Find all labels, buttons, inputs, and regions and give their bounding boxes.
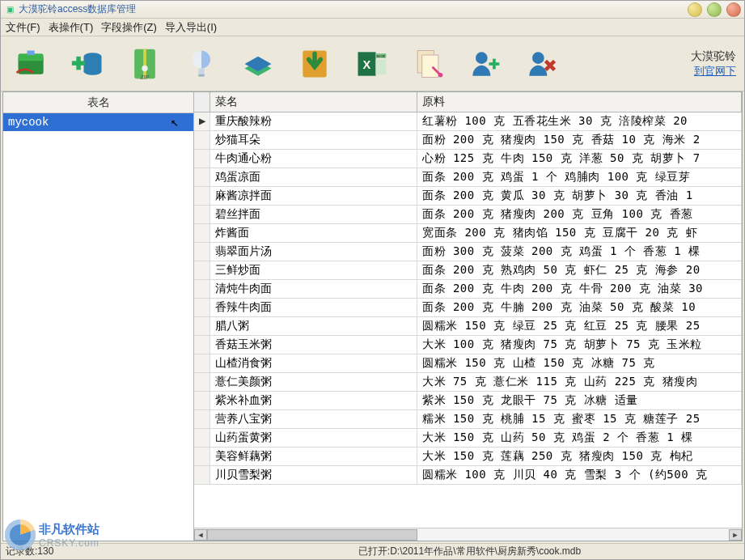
- row-selector[interactable]: [194, 168, 210, 186]
- minimize-button[interactable]: [688, 2, 702, 17]
- table-row[interactable]: 炒猫耳朵面粉 200 克 猪瘦肉 150 克 香菇 10 克 海米 2: [194, 131, 742, 150]
- cell-name[interactable]: 炸酱面: [210, 224, 417, 242]
- row-selector[interactable]: ▶: [194, 112, 210, 130]
- cell-name[interactable]: 营养八宝粥: [210, 410, 417, 428]
- cell-name[interactable]: 美容鲜藕粥: [210, 448, 417, 465]
- cell-name[interactable]: 紫米补血粥: [210, 392, 417, 409]
- menu-field-ops[interactable]: 字段操作(Z): [101, 20, 157, 35]
- table-row[interactable]: 川贝雪梨粥圆糯米 100 克 川贝 40 克 雪梨 3 个 (约500 克: [194, 466, 742, 485]
- table-row[interactable]: 碧丝拌面面条 200 克 猪瘦肉 200 克 豆角 100 克 香葱: [194, 206, 742, 224]
- cell-ingredients[interactable]: 面粉 300 克 菠菜 200 克 鸡蛋 1 个 香葱 1 棵: [417, 243, 742, 261]
- table-row[interactable]: ▶重庆酸辣粉红薯粉 100 克 五香花生米 30 克 涪陵榨菜 20: [194, 112, 742, 131]
- table-row[interactable]: 清炖牛肉面面条 200 克 牛肉 200 克 牛骨 200 克 油菜 30: [194, 280, 742, 299]
- table-row[interactable]: 紫米补血粥紫米 150 克 龙眼干 75 克 冰糖 适量: [194, 392, 742, 410]
- add-user-button[interactable]: [462, 41, 507, 87]
- cell-ingredients[interactable]: 面条 200 克 牛肉 200 克 牛骨 200 克 油菜 30: [417, 280, 742, 298]
- row-selector[interactable]: [194, 392, 210, 409]
- menu-import-export[interactable]: 导入导出(I): [165, 20, 217, 35]
- table-row[interactable]: 营养八宝粥糯米 150 克 桃脯 15 克 蜜枣 15 克 糖莲子 25: [194, 410, 742, 429]
- cell-name[interactable]: 重庆酸辣粉: [210, 112, 417, 130]
- cell-ingredients[interactable]: 面条 200 克 鸡蛋 1 个 鸡脯肉 100 克 绿豆芽: [417, 168, 742, 186]
- cell-ingredients[interactable]: 圆糯米 150 克 山楂 150 克 冰糖 75 克: [417, 354, 742, 372]
- cell-name[interactable]: 薏仁美颜粥: [210, 373, 417, 391]
- open-db-button[interactable]: [9, 41, 54, 87]
- table-row[interactable]: 牛肉通心粉心粉 125 克 牛肉 150 克 洋葱 50 克 胡萝卜 7: [194, 150, 742, 168]
- cell-ingredients[interactable]: 面条 200 克 熟鸡肉 50 克 虾仁 25 克 海参 20: [417, 261, 742, 279]
- cell-ingredients[interactable]: 大米 150 克 莲藕 250 克 猪瘦肉 150 克 枸杞: [417, 448, 742, 465]
- cell-ingredients[interactable]: 圆糯米 100 克 川贝 40 克 雪梨 3 个 (约500 克: [417, 466, 742, 484]
- scroll-right-arrow[interactable]: ►: [729, 529, 742, 541]
- zip-button[interactable]: ZIP: [122, 41, 167, 87]
- cell-name[interactable]: 翡翠面片汤: [210, 243, 417, 261]
- row-selector[interactable]: [194, 131, 210, 149]
- row-selector[interactable]: [194, 206, 210, 223]
- data-grid[interactable]: 菜名 原料 ▶重庆酸辣粉红薯粉 100 克 五香花生米 30 克 涪陵榨菜 20…: [194, 92, 742, 528]
- row-selector[interactable]: [194, 243, 210, 261]
- download-button[interactable]: [292, 41, 337, 87]
- row-selector[interactable]: [194, 373, 210, 391]
- table-row[interactable]: 山楂消食粥圆糯米 150 克 山楂 150 克 冰糖 75 克: [194, 354, 742, 373]
- cell-ingredients[interactable]: 圆糯米 150 克 绿豆 25 克 红豆 25 克 腰果 25: [417, 317, 742, 335]
- row-selector[interactable]: [194, 280, 210, 298]
- cell-name[interactable]: 三鲜炒面: [210, 261, 417, 279]
- table-row[interactable]: 鸡蛋凉面面条 200 克 鸡蛋 1 个 鸡脯肉 100 克 绿豆芽: [194, 168, 742, 187]
- cell-name[interactable]: 清炖牛肉面: [210, 280, 417, 298]
- cell-ingredients[interactable]: 面条 200 克 猪瘦肉 200 克 豆角 100 克 香葱: [417, 206, 742, 223]
- cell-name[interactable]: 山楂消食粥: [210, 354, 417, 372]
- cell-ingredients[interactable]: 面粉 200 克 猪瘦肉 150 克 香菇 10 克 海米 2: [417, 131, 742, 149]
- maximize-button[interactable]: [707, 2, 722, 17]
- scroll-thumb[interactable]: [207, 529, 417, 541]
- close-button[interactable]: [726, 2, 741, 17]
- table-row[interactable]: 三鲜炒面面条 200 克 熟鸡肉 50 克 虾仁 25 克 海参 20: [194, 261, 742, 280]
- menu-file[interactable]: 文件(F): [6, 20, 40, 35]
- table-row[interactable]: 炸酱面宽面条 200 克 猪肉馅 150 克 豆腐干 20 克 虾: [194, 224, 742, 243]
- table-row[interactable]: 翡翠面片汤面粉 300 克 菠菜 200 克 鸡蛋 1 个 香葱 1 棵: [194, 243, 742, 261]
- cell-ingredients[interactable]: 紫米 150 克 龙眼干 75 克 冰糖 适量: [417, 392, 742, 409]
- cell-ingredients[interactable]: 糯米 150 克 桃脯 15 克 蜜枣 15 克 糖莲子 25: [417, 410, 742, 428]
- row-selector[interactable]: [194, 317, 210, 335]
- cell-ingredients[interactable]: 大米 100 克 猪瘦肉 75 克 胡萝卜 75 克 玉米粒: [417, 336, 742, 354]
- cell-ingredients[interactable]: 宽面条 200 克 猪肉馅 150 克 豆腐干 20 克 虾: [417, 224, 742, 242]
- row-selector[interactable]: [194, 336, 210, 354]
- table-row[interactable]: 香辣牛肉面面条 200 克 牛腩 200 克 油菜 50 克 酸菜 10: [194, 299, 742, 317]
- table-row[interactable]: 美容鲜藕粥大米 150 克 莲藕 250 克 猪瘦肉 150 克 枸杞: [194, 448, 742, 466]
- cell-name[interactable]: 牛肉通心粉: [210, 150, 417, 168]
- cell-ingredients[interactable]: 面条 200 克 黄瓜 30 克 胡萝卜 30 克 香油 1: [417, 187, 742, 205]
- excel-button[interactable]: Xexcel: [349, 41, 394, 87]
- hint-button[interactable]: [179, 41, 224, 87]
- cell-name[interactable]: 香菇玉米粥: [210, 336, 417, 354]
- row-selector[interactable]: [194, 354, 210, 372]
- horizontal-scrollbar[interactable]: ◄ ►: [194, 528, 742, 541]
- row-selector[interactable]: [194, 150, 210, 168]
- table-list[interactable]: mycook↖: [3, 113, 193, 541]
- row-selector[interactable]: [194, 429, 210, 447]
- delete-user-button[interactable]: [519, 41, 564, 87]
- document-button[interactable]: [405, 41, 451, 87]
- cell-ingredients[interactable]: 红薯粉 100 克 五香花生米 30 克 涪陵榨菜 20: [417, 112, 742, 130]
- cell-name[interactable]: 腊八粥: [210, 317, 417, 335]
- cell-name[interactable]: 川贝雪梨粥: [210, 466, 417, 484]
- row-selector[interactable]: [194, 448, 210, 465]
- scroll-left-arrow[interactable]: ◄: [194, 529, 207, 541]
- cell-name[interactable]: 麻酱凉拌面: [210, 187, 417, 205]
- add-table-button[interactable]: [66, 41, 111, 87]
- row-selector[interactable]: [194, 410, 210, 428]
- cell-ingredients[interactable]: 面条 200 克 牛腩 200 克 油菜 50 克 酸菜 10: [417, 299, 742, 316]
- table-row[interactable]: 麻酱凉拌面面条 200 克 黄瓜 30 克 胡萝卜 30 克 香油 1: [194, 187, 742, 206]
- table-row[interactable]: 山药蛋黄粥大米 150 克 山药 50 克 鸡蛋 2 个 香葱 1 棵: [194, 429, 742, 448]
- table-item[interactable]: mycook↖: [3, 113, 193, 131]
- table-row[interactable]: 薏仁美颜粥大米 75 克 薏仁米 115 克 山药 225 克 猪瘦肉: [194, 373, 742, 392]
- cell-ingredients[interactable]: 大米 150 克 山药 50 克 鸡蛋 2 个 香葱 1 棵: [417, 429, 742, 447]
- row-selector[interactable]: [194, 299, 210, 316]
- row-selector[interactable]: [194, 261, 210, 279]
- column-header-name[interactable]: 菜名: [210, 92, 417, 112]
- cell-ingredients[interactable]: 心粉 125 克 牛肉 150 克 洋葱 50 克 胡萝卜 7: [417, 150, 742, 168]
- table-row[interactable]: 香菇玉米粥大米 100 克 猪瘦肉 75 克 胡萝卜 75 克 玉米粒: [194, 336, 742, 354]
- cell-name[interactable]: 香辣牛肉面: [210, 299, 417, 316]
- menu-table-ops[interactable]: 表操作(T): [49, 20, 94, 35]
- row-selector[interactable]: [194, 187, 210, 205]
- official-link[interactable]: 到官网下: [691, 64, 736, 78]
- cell-name[interactable]: 山药蛋黄粥: [210, 429, 417, 447]
- column-header-ingredients[interactable]: 原料: [417, 92, 742, 112]
- cell-ingredients[interactable]: 大米 75 克 薏仁米 115 克 山药 225 克 猪瘦肉: [417, 373, 742, 391]
